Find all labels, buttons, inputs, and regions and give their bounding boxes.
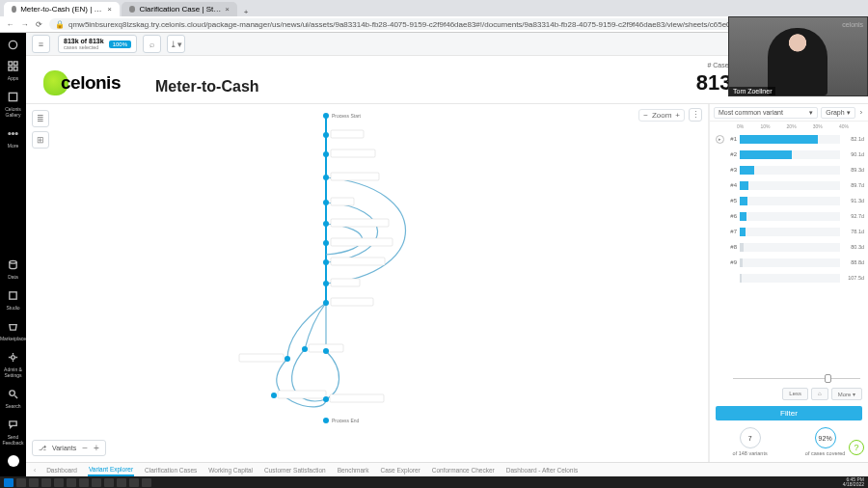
less-button[interactable]: Less [782,388,808,400]
feedback-icon[interactable] [8,419,19,430]
new-tab-button[interactable]: + [239,8,253,16]
zoom-in-icon[interactable]: + [675,111,680,120]
sheet-tab[interactable]: Case Explorer [380,465,421,475]
sheet-tab[interactable]: Clarification Cases [144,465,198,475]
svg-rect-1 [9,61,13,65]
start-button[interactable] [4,478,14,487]
sheet-tab[interactable]: Variant Explorer [88,464,134,476]
url-text: qmw5inbsurexq8lzskag.try.celonis.cloud/p… [68,20,743,29]
sheet-tab[interactable]: Conformance Checker [431,465,496,475]
variant-bar-row[interactable]: ▸#489.7d [716,177,864,193]
clock-date: 4/18/2022 [843,482,864,487]
sheet-tab[interactable]: Dashboard - After Celonis [505,465,579,475]
variant-bar-row[interactable]: ▸107.5d [716,270,864,285]
sheet-tab[interactable]: Benchmark [337,465,370,475]
export-chip[interactable]: ⤓▾ [167,35,185,53]
bar-track [740,135,840,144]
taskbar-icon[interactable] [129,478,139,487]
variant-bar-row[interactable]: ▸#182.1d [716,131,864,147]
address-bar[interactable]: 🔒 qmw5inbsurexq8lzskag.try.celonis.cloud… [49,18,761,30]
svg-rect-33 [239,354,284,362]
home-button[interactable]: ⌂ [811,388,828,400]
svg-rect-17 [331,149,375,157]
search-icon[interactable] [8,388,19,399]
taskbar-icon[interactable] [79,478,89,487]
taskbar-icon[interactable] [92,478,101,487]
browser-tab[interactable]: Meter-to-Cash (EN) | Business V × [4,2,120,16]
settings-icon[interactable] [8,351,19,363]
variant-bar-row[interactable]: ▸#988.8d [716,255,864,270]
bar-track [740,212,840,221]
reload-icon[interactable]: ⟳ [35,20,43,29]
taskbar-icon[interactable] [29,478,39,487]
bar-fill [740,166,754,175]
taskbar-icon[interactable] [41,478,51,487]
more-button[interactable]: More ▾ [831,388,862,400]
user-avatar[interactable] [8,455,19,467]
taskbar-icon[interactable] [104,478,114,487]
bar-track [740,274,840,283]
filter-chip[interactable]: ⌕ [143,35,161,53]
bar-fill [740,212,746,221]
process-canvas[interactable]: ≣ ⊞ − Zoom + ⋮ [26,104,709,462]
menu-toggle[interactable]: ≡ [32,35,50,53]
close-icon[interactable]: × [107,5,112,14]
variant-bar-row[interactable]: ▸#778.1d [716,224,864,239]
back-icon[interactable]: ← [6,20,14,29]
taskbar-icon[interactable] [54,478,64,487]
lock-icon: 🔒 [55,20,65,29]
video-thumbnail[interactable]: celonis Tom Zoellner [728,16,868,96]
chevron-right-icon[interactable]: › [858,109,864,116]
zoom-control[interactable]: − Zoom + [638,109,685,122]
more-icon[interactable] [8,127,19,139]
gallery-icon[interactable] [8,91,19,102]
taskbar-icon[interactable] [16,478,26,487]
sheet-tab[interactable]: Working Capital [207,465,254,475]
variants-more-icon[interactable]: + [94,443,99,453]
variant-bar-row[interactable]: ▸#389.3d [716,162,864,177]
help-button[interactable]: ? [849,440,864,455]
variant-bar-row[interactable]: ▸#591.3d [716,193,864,208]
taskbar-icon[interactable] [117,478,126,487]
variants-control[interactable]: ⎇ Variants − + [32,440,106,456]
process-title: Meter-to-Cash [155,78,259,95]
variant-slider[interactable] [733,374,860,384]
svg-point-26 [323,259,329,265]
play-icon[interactable]: ▸ [716,135,724,144]
variant-bar-row[interactable]: ▸#880.3d [716,239,864,255]
case-selection-pill[interactable]: 813k of 813k cases selected 100% [58,35,137,53]
svg-point-18 [323,175,329,180]
slider-knob[interactable] [825,374,831,383]
zoom-out-icon[interactable]: − [643,111,648,120]
filter-button[interactable]: Filter [716,406,862,420]
taskbar-icon[interactable] [67,478,76,487]
sheet-tab[interactable]: Customer Satisfaction [263,465,327,475]
tabs-prev-icon[interactable]: ‹ [34,467,36,474]
taskbar-icon[interactable] [142,478,151,487]
celonis-logo-icon[interactable] [8,39,19,50]
variant-sort-dropdown[interactable]: Most common variant ▾ [714,107,818,119]
variant-count-stat: 7 of 148 variants [733,427,768,456]
system-clock[interactable]: 6:45 PM 4/18/2022 [843,477,864,487]
close-icon[interactable]: × [225,5,230,14]
apps-icon[interactable] [8,60,19,71]
map-mode-icon[interactable]: ⊞ [32,131,49,149]
svg-rect-10 [10,291,16,298]
settings-icon[interactable]: ⋮ [689,108,702,122]
view-mode-dropdown[interactable]: Graph ▾ [821,107,854,119]
variant-rank: #9 [727,259,737,265]
variant-bar-row[interactable]: ▸#290.1d [716,147,864,162]
chart-mode-icon[interactable]: ≣ [32,110,49,127]
svg-point-0 [9,41,16,48]
svg-rect-29 [331,279,360,286]
variant-bar-row[interactable]: ▸#692.7d [716,208,864,224]
marketplace-icon[interactable] [8,320,19,332]
variants-less-icon[interactable]: − [82,443,88,453]
data-icon[interactable] [8,258,19,270]
sheet-tab[interactable]: Dashboard [45,465,78,475]
browser-tab[interactable]: Clarification Case | Studio × [122,2,237,16]
studio-icon[interactable] [8,289,19,301]
sidebar-header: Most common variant ▾ Graph ▾ › [710,104,868,122]
forward-icon[interactable]: → [20,20,29,29]
svg-point-16 [323,151,329,157]
